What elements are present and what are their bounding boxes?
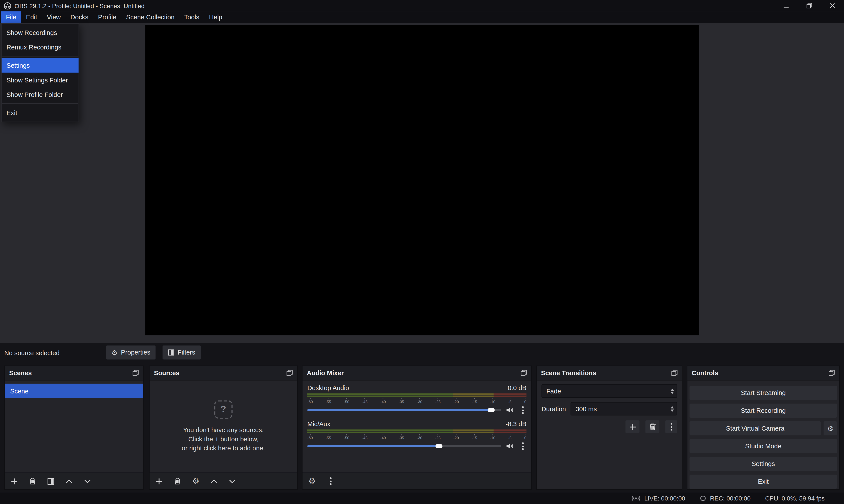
sources-panel-title: Sources bbox=[154, 369, 179, 377]
menu-tools[interactable]: Tools bbox=[179, 11, 204, 23]
broadcast-icon bbox=[631, 495, 641, 502]
meter-scale-label: -10 bbox=[490, 398, 495, 404]
popout-icon[interactable] bbox=[286, 370, 293, 376]
file-menu-show-settings-folder[interactable]: Show Settings Folder bbox=[2, 73, 78, 87]
settings-button[interactable]: Settings bbox=[689, 457, 837, 471]
volume-slider[interactable] bbox=[307, 409, 501, 411]
channel-level: 0.0 dB bbox=[508, 384, 526, 393]
restore-button[interactable] bbox=[798, 0, 821, 11]
spinner-arrows-icon[interactable] bbox=[667, 402, 677, 415]
remove-scene-icon[interactable] bbox=[29, 478, 36, 485]
dock-area: No source selected ⚙ Properties Filters … bbox=[0, 343, 844, 492]
mixer-panel-header: Audio Mixer bbox=[303, 366, 532, 380]
move-source-down-icon[interactable] bbox=[229, 479, 236, 484]
mixer-channel-mic-aux: Mic/Aux -8.3 dB -60 -55 -50 -45 -40 -35 … bbox=[307, 420, 526, 450]
transition-select[interactable]: Fade bbox=[541, 384, 677, 398]
move-scene-up-icon[interactable] bbox=[66, 479, 73, 484]
file-menu-settings[interactable]: Settings bbox=[2, 58, 78, 73]
volume-slider-handle[interactable] bbox=[435, 444, 442, 448]
restore-icon bbox=[806, 3, 812, 8]
start-virtual-camera-button[interactable]: Start Virtual Camera bbox=[689, 421, 821, 435]
channel-options-icon[interactable] bbox=[519, 443, 526, 450]
mixer-panel-title: Audio Mixer bbox=[307, 369, 344, 377]
scene-list-item[interactable]: Scene bbox=[5, 384, 143, 398]
filters-button-label: Filters bbox=[178, 349, 195, 356]
speaker-icon[interactable] bbox=[506, 407, 514, 413]
filters-button[interactable]: Filters bbox=[162, 345, 200, 360]
file-menu-show-profile-folder[interactable]: Show Profile Folder bbox=[2, 87, 78, 102]
start-streaming-button[interactable]: Start Streaming bbox=[689, 386, 837, 400]
obs-logo-icon bbox=[4, 2, 11, 10]
menu-docks[interactable]: Docks bbox=[66, 11, 93, 23]
volume-slider-handle[interactable] bbox=[488, 408, 495, 412]
start-recording-button[interactable]: Start Recording bbox=[689, 403, 837, 418]
minimize-button[interactable] bbox=[774, 0, 797, 11]
meter-scale-label: -15 bbox=[471, 434, 477, 440]
duration-value: 300 ms bbox=[576, 405, 597, 412]
menu-bar: File Edit View Docks Profile Scene Colle… bbox=[0, 11, 844, 23]
live-time: LIVE: 00:00:00 bbox=[644, 495, 685, 502]
meter-scale-label: -10 bbox=[490, 434, 495, 440]
scenes-toolbar bbox=[5, 472, 143, 489]
popout-icon[interactable] bbox=[671, 370, 678, 376]
popout-icon[interactable] bbox=[828, 370, 835, 376]
file-menu-exit[interactable]: Exit bbox=[2, 106, 78, 120]
meter-scale-label: -25 bbox=[435, 434, 441, 440]
file-menu-remux-recordings[interactable]: Remux Recordings bbox=[2, 40, 78, 54]
move-scene-down-icon[interactable] bbox=[84, 479, 91, 484]
meter-scale-label: -55 bbox=[326, 434, 331, 440]
title-bar: OBS 29.1.2 - Profile: Untitled - Scenes:… bbox=[0, 0, 844, 11]
menu-scene-collection[interactable]: Scene Collection bbox=[121, 11, 179, 23]
add-source-icon[interactable] bbox=[156, 478, 163, 485]
sources-panel: Sources ? You don't have any sources. Cl… bbox=[149, 365, 298, 490]
menu-edit[interactable]: Edit bbox=[21, 11, 42, 23]
virtual-camera-settings-button[interactable]: ⚙ bbox=[824, 421, 837, 435]
studio-mode-button[interactable]: Studio Mode bbox=[689, 439, 837, 453]
menu-view[interactable]: View bbox=[42, 11, 66, 23]
popout-icon[interactable] bbox=[132, 370, 139, 376]
remove-source-icon[interactable] bbox=[174, 478, 181, 485]
sources-empty-line: You don't have any sources. bbox=[183, 425, 264, 434]
mixer-toolbar: ⚙ bbox=[303, 472, 532, 489]
volume-slider[interactable] bbox=[307, 445, 501, 447]
exit-button[interactable]: Exit bbox=[689, 474, 837, 489]
meter-scale-label: 0 bbox=[524, 434, 526, 440]
scene-transitions-panel: Scene Transitions Fade Duration 300 ms bbox=[536, 365, 683, 490]
sources-list[interactable]: ? You don't have any sources. Click the … bbox=[150, 380, 297, 472]
duration-input[interactable]: 300 ms bbox=[571, 402, 677, 415]
scenes-panel: Scenes Scene bbox=[4, 365, 144, 490]
properties-button[interactable]: ⚙ Properties bbox=[106, 345, 156, 360]
cpu-fps-status: CPU: 0.0%, 59.94 fps bbox=[765, 495, 825, 502]
properties-button-label: Properties bbox=[121, 349, 150, 356]
speaker-icon[interactable] bbox=[506, 443, 514, 449]
meter-scale-label: -50 bbox=[344, 434, 349, 440]
remove-transition-button[interactable] bbox=[645, 420, 660, 433]
close-button[interactable] bbox=[821, 0, 844, 11]
channel-header: Mic/Aux -8.3 dB bbox=[307, 420, 526, 430]
plus-icon bbox=[629, 423, 636, 430]
transitions-panel-header: Scene Transitions bbox=[537, 366, 682, 380]
scene-filters-icon[interactable] bbox=[47, 478, 54, 485]
advanced-audio-icon[interactable]: ⚙ bbox=[308, 477, 316, 485]
preview-canvas[interactable] bbox=[145, 25, 699, 336]
menu-file[interactable]: File bbox=[1, 11, 21, 23]
source-properties-icon[interactable]: ⚙ bbox=[192, 477, 199, 485]
controls-body: Start Streaming Start Recording Start Vi… bbox=[687, 380, 839, 490]
meter-scale-label: -35 bbox=[399, 398, 404, 404]
scenes-list: Scene bbox=[5, 380, 143, 472]
mixer-options-icon[interactable] bbox=[327, 478, 335, 485]
question-mark-icon: ? bbox=[214, 400, 232, 418]
channel-options-icon[interactable] bbox=[519, 407, 526, 414]
scenes-panel-header: Scenes bbox=[5, 366, 143, 380]
menu-help[interactable]: Help bbox=[204, 11, 227, 23]
controls-panel: Controls Start Streaming Start Recording… bbox=[687, 365, 840, 490]
move-source-up-icon[interactable] bbox=[211, 479, 218, 484]
add-transition-button[interactable] bbox=[626, 420, 640, 433]
menu-profile[interactable]: Profile bbox=[93, 11, 121, 23]
transition-options-button[interactable] bbox=[665, 420, 677, 433]
add-scene-icon[interactable] bbox=[11, 478, 18, 485]
popout-icon[interactable] bbox=[521, 370, 527, 376]
meter-scale-label: 0 bbox=[524, 398, 526, 404]
file-menu-show-recordings[interactable]: Show Recordings bbox=[2, 25, 78, 40]
channel-name: Desktop Audio bbox=[307, 384, 349, 393]
